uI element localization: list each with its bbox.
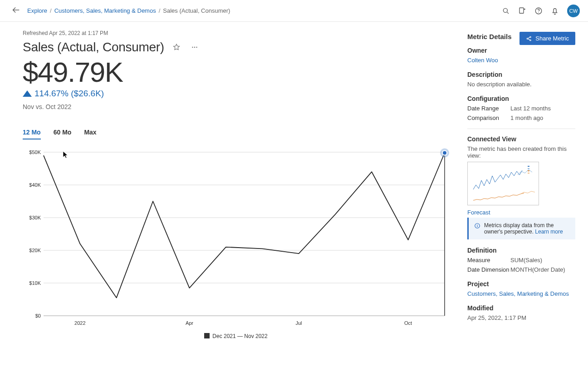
measure-value: SUM(Sales) xyxy=(510,257,542,264)
mouse-cursor-icon xyxy=(63,151,69,159)
description-text: No description available. xyxy=(467,81,575,88)
svg-point-35 xyxy=(477,224,477,225)
date-range-value: Last 12 months xyxy=(510,105,551,112)
line-chart[interactable]: $0$10K$20K$30K$40K$50K2022AprJulOct xyxy=(23,148,449,329)
modified-heading: Modified xyxy=(467,304,575,312)
svg-rect-31 xyxy=(528,168,529,169)
project-heading: Project xyxy=(467,280,575,288)
owner-link[interactable]: Colten Woo xyxy=(467,57,498,64)
svg-text:$40K: $40K xyxy=(29,182,41,188)
help-icon[interactable] xyxy=(534,7,543,15)
svg-text:Oct: Oct xyxy=(404,320,412,326)
info-text: Metrics display data from the owner's pe… xyxy=(484,222,570,235)
topbar: Explore / Customers, Sales, Marketing & … xyxy=(0,0,588,22)
connected-view-heading: Connected View xyxy=(467,135,575,143)
svg-point-29 xyxy=(442,151,447,155)
comparison-label: Nov vs. Oct 2022 xyxy=(23,103,449,110)
modified-value: Apr 25, 2022, 1:17 PM xyxy=(467,314,575,321)
share-icon xyxy=(526,35,532,42)
connected-view-thumbnail[interactable] xyxy=(467,162,539,205)
svg-text:$20K: $20K xyxy=(29,248,41,253)
range-60mo[interactable]: 60 Mo xyxy=(54,129,72,139)
svg-text:$50K: $50K xyxy=(29,149,41,155)
svg-point-0 xyxy=(503,8,507,12)
topbar-right: CW xyxy=(502,5,580,17)
svg-text:Jul: Jul xyxy=(296,320,302,326)
comparison-key: Comparison xyxy=(467,114,510,121)
up-triangle-icon xyxy=(23,90,32,97)
svg-point-5 xyxy=(530,36,531,38)
range-max[interactable]: Max xyxy=(84,129,96,139)
connected-desc: The metric has been created from this vi… xyxy=(467,145,575,159)
definition-heading: Definition xyxy=(467,247,575,254)
page-title: Sales (Actual, Consumer) xyxy=(23,40,164,55)
legend-label: Dec 2021 — Nov 2022 xyxy=(212,333,267,339)
info-box: Metrics display data from the owner's pe… xyxy=(467,218,575,239)
svg-text:2022: 2022 xyxy=(74,320,85,326)
range-tabs: 12 Mo 60 Mo Max xyxy=(23,129,449,139)
breadcrumb-level1[interactable]: Customers, Sales, Marketing & Demos xyxy=(54,7,156,14)
svg-point-9 xyxy=(196,47,197,48)
measure-key: Measure xyxy=(467,257,510,264)
range-12mo[interactable]: 12 Mo xyxy=(23,129,41,139)
chart-legend: Dec 2021 — Nov 2022 xyxy=(23,333,449,339)
share-label: Share Metric xyxy=(535,35,569,42)
main-column: Refreshed Apr 25, 2022 at 1:17 PM Sales … xyxy=(23,22,467,339)
svg-point-3 xyxy=(538,12,539,12)
connected-view-link[interactable]: Forecast xyxy=(467,209,490,216)
svg-rect-1 xyxy=(519,8,524,13)
svg-point-6 xyxy=(530,40,531,41)
info-icon xyxy=(474,223,480,229)
breadcrumb-explore[interactable]: Explore xyxy=(27,7,47,14)
more-icon[interactable] xyxy=(189,41,201,53)
side-panel: Metric Details Owner Colten Woo Descript… xyxy=(467,22,575,339)
favorite-icon[interactable] xyxy=(171,41,182,53)
back-button[interactable] xyxy=(11,5,21,16)
breadcrumb-leaf: Sales (Actual, Consumer) xyxy=(163,7,230,14)
bell-icon[interactable] xyxy=(551,7,559,15)
breadcrumb: Explore / Customers, Sales, Marketing & … xyxy=(27,7,230,14)
dimension-value: MONTH(Order Date) xyxy=(510,266,565,273)
learn-more-link[interactable]: Learn more xyxy=(535,229,563,235)
svg-rect-33 xyxy=(528,173,529,174)
svg-point-8 xyxy=(194,47,195,48)
project-link[interactable]: Customers, Sales, Marketing & Demos xyxy=(467,290,569,297)
legend-swatch-icon xyxy=(204,333,210,338)
svg-point-7 xyxy=(192,47,193,48)
refreshed-label: Refreshed Apr 25, 2022 at 1:17 PM xyxy=(23,30,449,36)
svg-text:$30K: $30K xyxy=(29,215,41,220)
chart-area: $0$10K$20K$30K$40K$50K2022AprJulOct Dec … xyxy=(23,148,449,339)
search-icon[interactable] xyxy=(502,7,510,15)
owner-heading: Owner xyxy=(467,47,575,54)
date-range-key: Date Range xyxy=(467,105,510,112)
comparison-value: 1 month ago xyxy=(510,114,543,121)
svg-text:Apr: Apr xyxy=(186,320,193,326)
svg-rect-30 xyxy=(528,166,529,167)
svg-rect-32 xyxy=(528,170,529,171)
svg-text:$10K: $10K xyxy=(29,280,41,286)
breadcrumb-separator: / xyxy=(50,7,52,14)
change-text: 114.67% ($26.6K) xyxy=(34,89,104,99)
share-metric-button[interactable]: Share Metric xyxy=(519,32,575,45)
new-icon[interactable] xyxy=(518,7,526,15)
configuration-heading: Configuration xyxy=(467,95,575,102)
metric-value: $49.79K xyxy=(23,57,449,87)
breadcrumb-separator: / xyxy=(159,7,161,14)
description-heading: Description xyxy=(467,71,575,78)
dimension-key: Date Dimension xyxy=(467,266,510,273)
divider xyxy=(467,129,575,129)
svg-point-4 xyxy=(527,38,529,39)
change-row: 114.67% ($26.6K) xyxy=(23,89,449,99)
avatar[interactable]: CW xyxy=(567,5,580,17)
svg-text:$0: $0 xyxy=(35,313,41,318)
